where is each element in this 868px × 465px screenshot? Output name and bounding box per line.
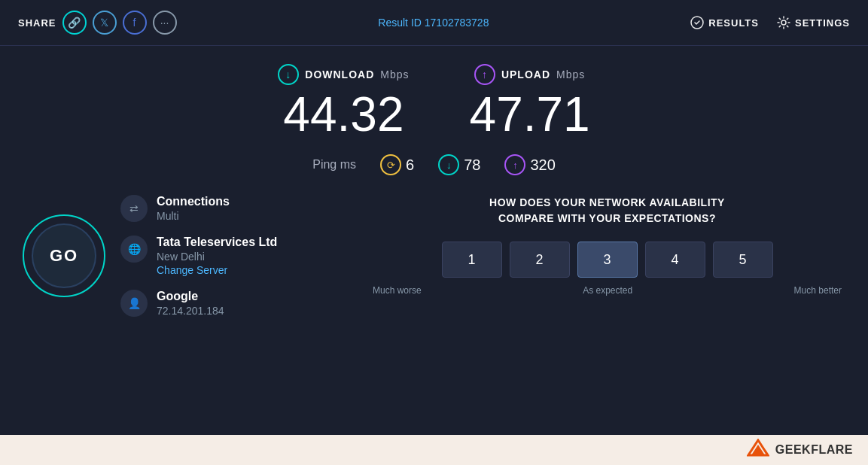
ping-row: Ping ms ⟳ 6 ↓ 78 ↑ 320 (0, 148, 868, 187)
upload-label: ↑ UPLOAD Mbps (470, 64, 590, 85)
upload-value: 47.71 (470, 88, 590, 141)
server-location: New Delhi (157, 251, 277, 263)
server-name: Tata Teleservices Ltd (157, 236, 277, 249)
host-ip: 72.14.201.184 (157, 305, 224, 317)
host-text: Google 72.14.201.184 (157, 290, 224, 317)
server-icon: 🌐 (120, 236, 148, 263)
header-right: RESULTS SETTINGS (690, 16, 850, 29)
results-button[interactable]: RESULTS (690, 16, 759, 29)
host-item: 👤 Google 72.14.201.184 (120, 290, 277, 317)
ping-idle: ⟳ 6 (380, 154, 414, 175)
rating-row: 1 2 3 4 5 (369, 242, 845, 278)
result-id-value[interactable]: 17102783728 (425, 17, 489, 29)
rating-3[interactable]: 3 (577, 242, 638, 278)
settings-button[interactable]: SETTINGS (777, 16, 850, 29)
share-twitter-icon[interactable]: 𝕏 (93, 11, 117, 35)
host-icon: 👤 (120, 290, 148, 317)
change-server-link[interactable]: Change Server (157, 264, 277, 276)
server-item: 🌐 Tata Teleservices Ltd New Delhi Change… (120, 236, 277, 276)
ping-upload-icon: ↑ (504, 154, 525, 175)
geekflare-icon (747, 439, 769, 461)
info-list: ⇄ Connections Multi 🌐 Tata Teleservices … (120, 195, 277, 317)
download-block: ↓ DOWNLOAD Mbps 44.32 (278, 64, 409, 141)
connections-item: ⇄ Connections Multi (120, 195, 277, 222)
svg-point-1 (781, 20, 786, 25)
geekflare-text: GEEKFLARE (775, 443, 853, 457)
bottom-section: GO ⇄ Connections Multi 🌐 Tata T (0, 187, 868, 324)
share-label: SHARE (18, 17, 56, 29)
upload-block: ↑ UPLOAD Mbps 47.71 (470, 64, 590, 141)
go-text: GO (50, 246, 78, 266)
go-outer-ring[interactable]: GO (23, 214, 105, 297)
settings-icon (777, 16, 790, 29)
download-value: 44.32 (278, 88, 409, 141)
connections-value: Multi (157, 210, 230, 222)
right-panel: HOW DOES YOUR NETWORK AVAILABILITYCOMPAR… (354, 195, 845, 317)
geekflare-logo: GEEKFLARE (747, 439, 853, 461)
survey-question: HOW DOES YOUR NETWORK AVAILABILITYCOMPAR… (369, 195, 845, 226)
server-text: Tata Teleservices Ltd New Delhi Change S… (157, 236, 277, 276)
header: SHARE 🔗 𝕏 f ··· Result ID 17102783728 RE… (0, 0, 868, 46)
rating-labels: Much worse As expected Much better (369, 285, 845, 296)
ping-download-icon: ↓ (438, 154, 459, 175)
rating-4[interactable]: 4 (645, 242, 705, 278)
download-arrow-icon: ↓ (278, 64, 299, 85)
ping-upload: ↑ 320 (504, 154, 555, 175)
ping-download: ↓ 78 (438, 154, 480, 175)
results-icon (690, 16, 704, 29)
rating-1[interactable]: 1 (442, 242, 502, 278)
result-id: Result ID 17102783728 (378, 17, 489, 29)
share-link-icon[interactable]: 🔗 (62, 11, 87, 35)
ping-label: Ping ms (312, 158, 356, 172)
upload-arrow-icon: ↑ (474, 64, 495, 85)
go-inner: GO (32, 223, 96, 288)
footer: GEEKFLARE (0, 435, 868, 465)
host-name: Google (157, 290, 224, 303)
label-much-worse: Much worse (373, 285, 422, 296)
speed-section: ↓ DOWNLOAD Mbps 44.32 ↑ UPLOAD Mbps 47.7… (0, 46, 868, 148)
connections-icon: ⇄ (120, 195, 148, 222)
go-button[interactable]: GO (23, 214, 105, 297)
connections-text: Connections Multi (157, 195, 230, 222)
connections-title: Connections (157, 195, 230, 208)
share-facebook-icon[interactable]: f (123, 11, 147, 35)
ping-idle-icon: ⟳ (380, 154, 401, 175)
share-section: SHARE 🔗 𝕏 f ··· (18, 11, 177, 35)
label-as-expected: As expected (583, 285, 632, 296)
left-panel: GO ⇄ Connections Multi 🌐 Tata T (23, 195, 339, 317)
rating-5[interactable]: 5 (713, 242, 773, 278)
rating-2[interactable]: 2 (510, 242, 570, 278)
label-much-better: Much better (794, 285, 842, 296)
download-label: ↓ DOWNLOAD Mbps (278, 64, 409, 85)
share-more-icon[interactable]: ··· (153, 11, 177, 35)
